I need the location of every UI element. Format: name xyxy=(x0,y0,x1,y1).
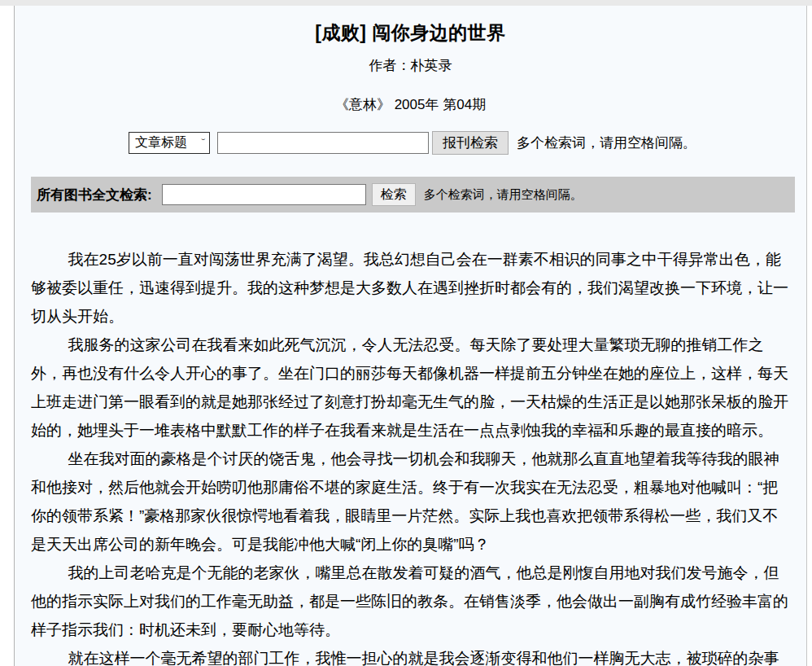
periodical-search-button[interactable]: 报刊检索 xyxy=(432,131,509,155)
periodical-search-hint: 多个检索词，请用空格间隔。 xyxy=(517,134,696,152)
article-paragraph: 我在25岁以前一直对闯荡世界充满了渴望。我总幻想自己会在一群素不相识的同事之中干… xyxy=(31,245,793,331)
fulltext-search-button[interactable]: 检索 xyxy=(372,183,416,206)
article-page: [成败] 闯你身边的世界 作者：朴英录 《意林》 2005年 第04期 文章标题… xyxy=(15,6,806,666)
periodical-search-row: 文章标题 ˇ 报刊检索 多个检索词，请用空格间隔。 xyxy=(15,131,806,154)
article-paragraph: 就在这样一个毫无希望的部门工作，我惟一担心的就是我会逐渐变得和他们一样胸无大志，… xyxy=(31,644,793,666)
left-page-margin xyxy=(0,6,15,666)
article-body: 我在25岁以前一直对闯荡世界充满了渴望。我总幻想自己会在一群素不相识的同事之中干… xyxy=(15,245,806,666)
article-paragraph: 我的上司老哈克是个无能的老家伙，嘴里总在散发着可疑的酒气，他总是刚愎自用地对我们… xyxy=(31,559,793,644)
right-page-margin xyxy=(806,6,812,666)
chevron-down-icon: ˇ xyxy=(202,138,206,147)
article-paragraph: 坐在我对面的豪格是个讨厌的饶舌鬼，他会寻找一切机会和我聊天，他就那么直直地望着我… xyxy=(31,445,793,559)
page-title: [成败] 闯你身边的世界 xyxy=(15,20,806,46)
article-paragraph: 我服务的这家公司在我看来如此死气沉沉，令人无法忍受。每天除了要处理大量繁琐无聊的… xyxy=(31,331,793,445)
fulltext-search-input[interactable] xyxy=(162,184,366,205)
author-line: 作者：朴英录 xyxy=(15,56,806,75)
fulltext-search-label: 所有图书全文检索: xyxy=(37,186,152,204)
page: [成败] 闯你身边的世界 作者：朴英录 《意林》 2005年 第04期 文章标题… xyxy=(0,6,812,666)
browser-top-strip xyxy=(0,0,812,6)
source-line: 《意林》 2005年 第04期 xyxy=(15,95,806,114)
search-field-select[interactable]: 文章标题 ˇ xyxy=(129,132,210,154)
periodical-search-input[interactable] xyxy=(217,132,429,154)
search-field-select-value: 文章标题 xyxy=(135,134,187,151)
fulltext-search-hint: 多个检索词，请用空格间隔。 xyxy=(424,187,583,203)
fulltext-search-bar: 所有图书全文检索: 检索 多个检索词，请用空格间隔。 xyxy=(31,177,795,213)
